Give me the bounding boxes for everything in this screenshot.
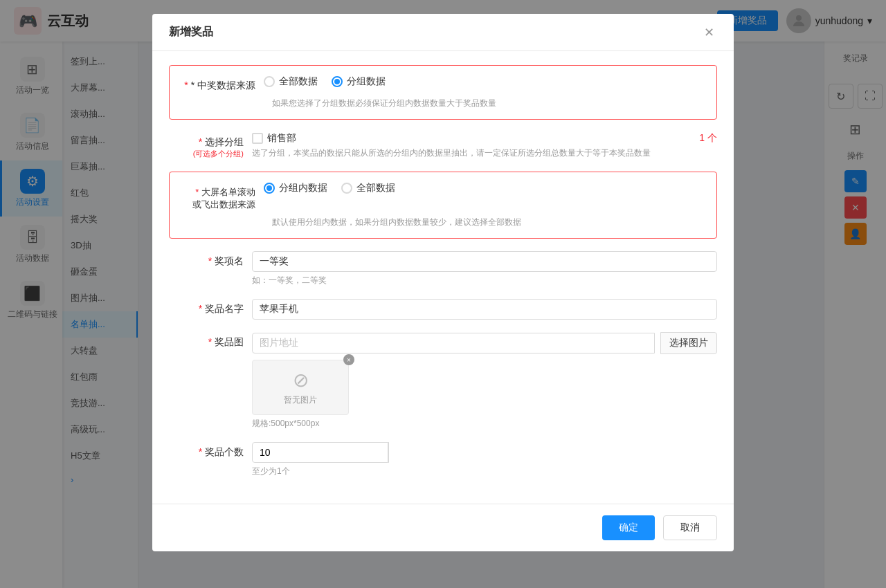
radio-all-data-circle xyxy=(264,76,275,87)
group-count: 1 个 xyxy=(699,132,717,145)
prize-count-content: ▲ ▼ 至少为1个 xyxy=(252,442,717,477)
big-screen-source-hint: 默认使用分组内数据，如果分组内数据数量较少，建议选择全部数据 xyxy=(181,217,705,228)
prize-count-input[interactable] xyxy=(252,442,388,463)
big-screen-source-section: * 大屏名单滚动或飞出数据来源 分组内数据 全部数据 xyxy=(169,172,717,239)
dialog-close-button[interactable]: ✕ xyxy=(701,26,717,39)
win-data-source-label: * * 中奖数据来源 xyxy=(181,75,264,92)
prize-product-name-content xyxy=(252,299,717,320)
prize-name-label: * 奖项名 xyxy=(169,251,252,268)
number-input-wrap: ▲ ▼ xyxy=(252,442,363,463)
prize-count-label: * 奖品个数 xyxy=(169,442,252,459)
prize-count-row: * 奖品个数 ▲ ▼ 至少为1个 xyxy=(169,442,717,477)
prize-image-row: * 奖品图 选择图片 ⊘ 暂无图片 × 规格:500px*500px xyxy=(169,332,717,430)
prize-name-hint: 如：一等奖，二等奖 xyxy=(252,275,717,286)
select-group-label: * 选择分组 (可选多个分组) xyxy=(169,132,252,159)
dialog-overlay: 新增奖品 ✕ * * 中奖数据来源 全部数据 xyxy=(0,0,886,588)
radio-all-screen-data-circle xyxy=(341,183,352,194)
prize-image-label: * 奖品图 xyxy=(169,332,252,349)
big-screen-source-content: 分组内数据 全部数据 xyxy=(264,182,705,194)
win-data-source-content: 全部数据 分组数据 xyxy=(264,75,705,88)
select-group-hint: 选了分组，本奖品的数据只能从所选的分组内的数据里抽出，请一定保证所选分组总数量大… xyxy=(252,147,717,159)
win-data-source-section: * * 中奖数据来源 全部数据 分组数据 xyxy=(169,65,717,120)
prize-name-input[interactable] xyxy=(252,251,717,272)
select-group-sub-label: (可选多个分组) xyxy=(169,149,244,159)
radio-group-data[interactable]: 分组数据 xyxy=(332,75,386,88)
radio-all-screen-data-label: 全部数据 xyxy=(356,182,395,194)
no-image-text: 暂无图片 xyxy=(284,394,317,406)
win-data-source-hint: 如果您选择了分组数据必须保证分组内数据数量大于奖品数量 xyxy=(181,98,705,109)
prize-name-row: * 奖项名 如：一等奖，二等奖 xyxy=(169,251,717,286)
group-checkbox[interactable] xyxy=(252,133,263,144)
cancel-button[interactable]: 取消 xyxy=(663,515,717,540)
prize-product-name-label: * 奖品名字 xyxy=(169,299,252,315)
image-size-hint: 规格:500px*500px xyxy=(252,418,717,430)
big-screen-radio-group: 分组内数据 全部数据 xyxy=(264,182,705,194)
number-stepper: ▲ ▼ xyxy=(388,442,389,463)
image-url-input[interactable] xyxy=(252,333,655,353)
prize-image-content: 选择图片 ⊘ 暂无图片 × 规格:500px*500px xyxy=(252,332,717,430)
radio-all-screen-data[interactable]: 全部数据 xyxy=(341,182,395,194)
image-select-button[interactable]: 选择图片 xyxy=(660,332,717,354)
group-row: 销售部 1 个 xyxy=(252,132,717,145)
radio-group-data-label: 分组数据 xyxy=(347,75,386,88)
big-screen-source-label: * 大屏名单滚动或飞出数据来源 xyxy=(181,182,264,211)
radio-group-inner-data-circle xyxy=(264,183,275,194)
radio-group-data-circle xyxy=(332,76,343,87)
radio-all-data[interactable]: 全部数据 xyxy=(264,75,318,88)
prize-product-name-row: * 奖品名字 xyxy=(169,299,717,320)
group-checkbox-label: 销售部 xyxy=(267,132,296,145)
image-preview-wrap: ⊘ 暂无图片 × xyxy=(252,360,349,415)
dialog-header: 新增奖品 ✕ xyxy=(152,14,734,51)
radio-group-inner-data-label: 分组内数据 xyxy=(279,182,327,194)
select-group-row: * 选择分组 (可选多个分组) 销售部 1 个 选了分组，本奖品的数据只能从所选… xyxy=(169,132,717,159)
prize-count-hint: 至少为1个 xyxy=(252,466,717,477)
prize-name-content: 如：一等奖，二等奖 xyxy=(252,251,717,286)
add-prize-dialog: 新增奖品 ✕ * * 中奖数据来源 全部数据 xyxy=(152,14,734,551)
win-data-source-radio-group: 全部数据 分组数据 xyxy=(264,75,705,88)
dialog-title: 新增奖品 xyxy=(169,25,213,39)
select-group-content: 销售部 1 个 选了分组，本奖品的数据只能从所选的分组内的数据里抽出，请一定保证… xyxy=(252,132,717,159)
radio-group-inner-data[interactable]: 分组内数据 xyxy=(264,182,327,194)
dialog-footer: 确定 取消 xyxy=(152,504,734,551)
group-checkbox-item[interactable]: 销售部 xyxy=(252,132,296,145)
image-upload-row: 选择图片 xyxy=(252,332,717,354)
radio-all-data-label: 全部数据 xyxy=(279,75,318,88)
prize-product-name-input[interactable] xyxy=(252,299,717,320)
dialog-body: * * 中奖数据来源 全部数据 分组数据 xyxy=(152,51,734,504)
preview-close-button[interactable]: × xyxy=(343,354,354,365)
image-preview: ⊘ 暂无图片 xyxy=(252,360,349,415)
confirm-button[interactable]: 确定 xyxy=(602,515,655,540)
no-image-icon: ⊘ xyxy=(293,369,309,392)
